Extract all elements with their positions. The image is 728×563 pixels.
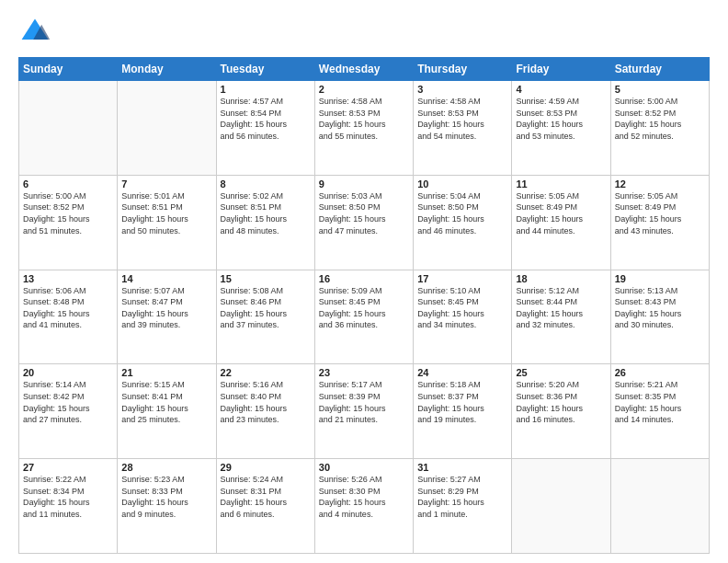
calendar-cell xyxy=(610,459,709,554)
day-info: Sunrise: 5:03 AM Sunset: 8:50 PM Dayligh… xyxy=(319,190,409,236)
col-header-thursday: Thursday xyxy=(414,58,512,81)
day-info: Sunrise: 5:22 AM Sunset: 8:34 PM Dayligh… xyxy=(23,474,113,520)
calendar-cell: 19Sunrise: 5:13 AM Sunset: 8:43 PM Dayli… xyxy=(610,270,709,364)
calendar-cell: 22Sunrise: 5:16 AM Sunset: 8:40 PM Dayli… xyxy=(216,364,314,459)
week-row-3: 13Sunrise: 5:06 AM Sunset: 8:48 PM Dayli… xyxy=(19,270,710,364)
calendar-cell xyxy=(19,81,118,176)
day-info: Sunrise: 5:26 AM Sunset: 8:30 PM Dayligh… xyxy=(319,474,409,520)
week-row-1: 1Sunrise: 4:57 AM Sunset: 8:54 PM Daylig… xyxy=(19,81,710,176)
calendar-cell: 17Sunrise: 5:10 AM Sunset: 8:45 PM Dayli… xyxy=(414,270,512,364)
day-info: Sunrise: 5:07 AM Sunset: 8:47 PM Dayligh… xyxy=(121,285,211,331)
calendar-cell: 30Sunrise: 5:26 AM Sunset: 8:30 PM Dayli… xyxy=(314,459,413,554)
day-number: 4 xyxy=(516,84,606,95)
day-number: 24 xyxy=(417,367,507,378)
logo-icon xyxy=(18,15,51,48)
day-number: 18 xyxy=(516,273,606,284)
calendar-cell: 4Sunrise: 4:59 AM Sunset: 8:53 PM Daylig… xyxy=(512,81,610,176)
day-number: 9 xyxy=(319,178,409,190)
day-number: 7 xyxy=(121,178,211,190)
day-info: Sunrise: 5:17 AM Sunset: 8:39 PM Dayligh… xyxy=(319,379,409,425)
calendar-cell: 6Sunrise: 5:00 AM Sunset: 8:52 PM Daylig… xyxy=(19,175,118,270)
calendar-cell: 27Sunrise: 5:22 AM Sunset: 8:34 PM Dayli… xyxy=(19,459,118,554)
day-info: Sunrise: 5:09 AM Sunset: 8:45 PM Dayligh… xyxy=(319,285,409,331)
header-row: SundayMondayTuesdayWednesdayThursdayFrid… xyxy=(19,58,710,81)
calendar-cell: 8Sunrise: 5:02 AM Sunset: 8:51 PM Daylig… xyxy=(216,175,314,270)
calendar-cell: 10Sunrise: 5:04 AM Sunset: 8:50 PM Dayli… xyxy=(414,175,512,270)
calendar-cell xyxy=(118,81,216,176)
day-info: Sunrise: 4:58 AM Sunset: 8:53 PM Dayligh… xyxy=(417,96,507,142)
calendar-cell: 20Sunrise: 5:14 AM Sunset: 8:42 PM Dayli… xyxy=(19,364,118,459)
day-info: Sunrise: 5:00 AM Sunset: 8:52 PM Dayligh… xyxy=(615,96,705,142)
day-number: 17 xyxy=(417,273,507,284)
header xyxy=(18,15,710,48)
col-header-tuesday: Tuesday xyxy=(216,58,314,81)
calendar-cell: 16Sunrise: 5:09 AM Sunset: 8:45 PM Dayli… xyxy=(314,270,413,364)
calendar-cell: 14Sunrise: 5:07 AM Sunset: 8:47 PM Dayli… xyxy=(118,270,216,364)
day-info: Sunrise: 5:15 AM Sunset: 8:41 PM Dayligh… xyxy=(121,379,211,425)
day-number: 31 xyxy=(417,462,507,473)
day-number: 25 xyxy=(516,367,606,378)
calendar-cell: 24Sunrise: 5:18 AM Sunset: 8:37 PM Dayli… xyxy=(414,364,512,459)
day-info: Sunrise: 5:27 AM Sunset: 8:29 PM Dayligh… xyxy=(417,474,507,520)
day-info: Sunrise: 5:00 AM Sunset: 8:52 PM Dayligh… xyxy=(23,190,113,236)
day-info: Sunrise: 5:21 AM Sunset: 8:35 PM Dayligh… xyxy=(615,379,705,425)
calendar-cell: 18Sunrise: 5:12 AM Sunset: 8:44 PM Dayli… xyxy=(512,270,610,364)
calendar-header: SundayMondayTuesdayWednesdayThursdayFrid… xyxy=(19,58,710,81)
day-info: Sunrise: 5:05 AM Sunset: 8:49 PM Dayligh… xyxy=(516,190,606,236)
calendar-cell: 12Sunrise: 5:05 AM Sunset: 8:49 PM Dayli… xyxy=(610,175,709,270)
day-number: 13 xyxy=(23,273,113,284)
day-number: 2 xyxy=(319,84,409,95)
day-info: Sunrise: 5:06 AM Sunset: 8:48 PM Dayligh… xyxy=(23,285,113,331)
calendar-cell: 13Sunrise: 5:06 AM Sunset: 8:48 PM Dayli… xyxy=(19,270,118,364)
calendar-body: 1Sunrise: 4:57 AM Sunset: 8:54 PM Daylig… xyxy=(19,81,710,554)
day-info: Sunrise: 5:14 AM Sunset: 8:42 PM Dayligh… xyxy=(23,379,113,425)
calendar-cell xyxy=(512,459,610,554)
calendar-cell: 21Sunrise: 5:15 AM Sunset: 8:41 PM Dayli… xyxy=(118,364,216,459)
calendar-cell: 3Sunrise: 4:58 AM Sunset: 8:53 PM Daylig… xyxy=(414,81,512,176)
calendar-cell: 23Sunrise: 5:17 AM Sunset: 8:39 PM Dayli… xyxy=(314,364,413,459)
day-number: 22 xyxy=(221,367,311,378)
col-header-saturday: Saturday xyxy=(610,58,709,81)
calendar-table: SundayMondayTuesdayWednesdayThursdayFrid… xyxy=(18,57,710,554)
day-info: Sunrise: 4:58 AM Sunset: 8:53 PM Dayligh… xyxy=(319,96,409,142)
week-row-4: 20Sunrise: 5:14 AM Sunset: 8:42 PM Dayli… xyxy=(19,364,710,459)
calendar-cell: 15Sunrise: 5:08 AM Sunset: 8:46 PM Dayli… xyxy=(216,270,314,364)
logo xyxy=(18,15,55,48)
calendar-cell: 25Sunrise: 5:20 AM Sunset: 8:36 PM Dayli… xyxy=(512,364,610,459)
calendar-cell: 29Sunrise: 5:24 AM Sunset: 8:31 PM Dayli… xyxy=(216,459,314,554)
day-number: 26 xyxy=(615,367,705,378)
day-number: 12 xyxy=(615,178,705,190)
day-info: Sunrise: 5:24 AM Sunset: 8:31 PM Dayligh… xyxy=(221,474,311,520)
day-info: Sunrise: 5:08 AM Sunset: 8:46 PM Dayligh… xyxy=(221,285,311,331)
day-number: 16 xyxy=(319,273,409,284)
day-number: 11 xyxy=(516,178,606,190)
day-number: 27 xyxy=(23,462,113,473)
week-row-5: 27Sunrise: 5:22 AM Sunset: 8:34 PM Dayli… xyxy=(19,459,710,554)
page: SundayMondayTuesdayWednesdayThursdayFrid… xyxy=(0,0,728,563)
day-number: 19 xyxy=(615,273,705,284)
calendar-cell: 2Sunrise: 4:58 AM Sunset: 8:53 PM Daylig… xyxy=(314,81,413,176)
day-number: 30 xyxy=(319,462,409,473)
day-info: Sunrise: 5:05 AM Sunset: 8:49 PM Dayligh… xyxy=(615,190,705,236)
calendar-cell: 1Sunrise: 4:57 AM Sunset: 8:54 PM Daylig… xyxy=(216,81,314,176)
day-number: 14 xyxy=(121,273,211,284)
col-header-sunday: Sunday xyxy=(19,58,118,81)
day-number: 6 xyxy=(23,178,113,190)
day-info: Sunrise: 5:04 AM Sunset: 8:50 PM Dayligh… xyxy=(417,190,507,236)
day-info: Sunrise: 5:10 AM Sunset: 8:45 PM Dayligh… xyxy=(417,285,507,331)
day-number: 28 xyxy=(121,462,211,473)
day-number: 20 xyxy=(23,367,113,378)
calendar-cell: 5Sunrise: 5:00 AM Sunset: 8:52 PM Daylig… xyxy=(610,81,709,176)
calendar-cell: 26Sunrise: 5:21 AM Sunset: 8:35 PM Dayli… xyxy=(610,364,709,459)
col-header-wednesday: Wednesday xyxy=(314,58,413,81)
day-number: 8 xyxy=(221,178,311,190)
col-header-monday: Monday xyxy=(118,58,216,81)
day-info: Sunrise: 5:12 AM Sunset: 8:44 PM Dayligh… xyxy=(516,285,606,331)
day-info: Sunrise: 5:23 AM Sunset: 8:33 PM Dayligh… xyxy=(121,474,211,520)
calendar-cell: 7Sunrise: 5:01 AM Sunset: 8:51 PM Daylig… xyxy=(118,175,216,270)
calendar-cell: 9Sunrise: 5:03 AM Sunset: 8:50 PM Daylig… xyxy=(314,175,413,270)
calendar-cell: 11Sunrise: 5:05 AM Sunset: 8:49 PM Dayli… xyxy=(512,175,610,270)
day-number: 29 xyxy=(221,462,311,473)
day-number: 21 xyxy=(121,367,211,378)
day-number: 3 xyxy=(417,84,507,95)
